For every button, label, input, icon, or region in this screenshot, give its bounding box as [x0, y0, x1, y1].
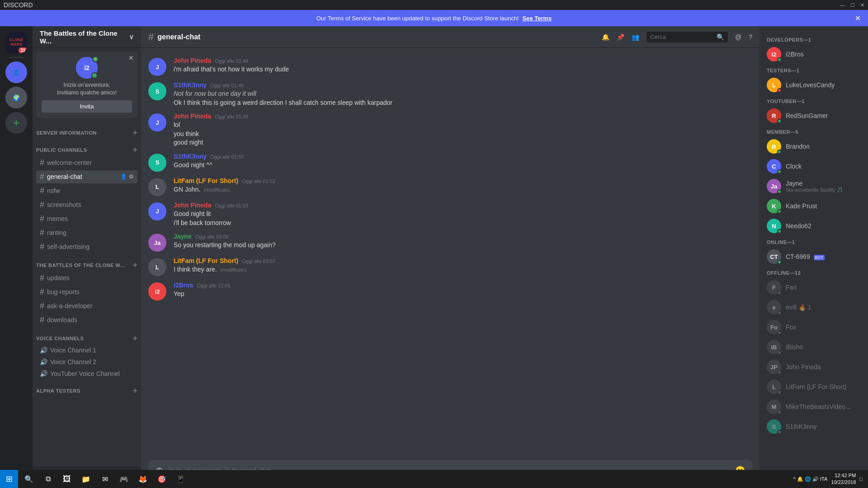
- message-author[interactable]: John Pineda: [174, 202, 211, 209]
- category-alpha-label[interactable]: ALPHA TESTERS: [36, 388, 80, 394]
- channel-item-ask-a-developer[interactable]: # ask-a-developer: [36, 300, 137, 313]
- add-voice-channel-button[interactable]: +: [132, 334, 137, 343]
- taskbar-phone[interactable]: 📱: [172, 470, 190, 488]
- message-author[interactable]: LitFam (LF For Short): [174, 177, 238, 184]
- message-author[interactable]: John Pineda: [174, 57, 211, 64]
- member-item-fox[interactable]: Fo Fox: [763, 317, 864, 337]
- channel-item-downloads[interactable]: # downloads: [36, 314, 137, 327]
- taskbar-search[interactable]: 🔍: [20, 470, 38, 488]
- online-status-indicator: [777, 189, 782, 194]
- member-item-jayne[interactable]: Ja Jayne Sta ascoltando Spotify 🎵: [763, 176, 864, 196]
- add-battles-channel-button[interactable]: +: [132, 261, 137, 269]
- add-alpha-channel-button[interactable]: +: [132, 387, 137, 395]
- maximize-button[interactable]: ☐: [850, 2, 855, 8]
- taskbar-task-view[interactable]: ⧉: [39, 470, 57, 488]
- channel-item-nsfw[interactable]: # nsfw: [36, 184, 137, 197]
- taskbar-firefox[interactable]: 🦊: [134, 470, 152, 488]
- at-icon[interactable]: @: [735, 33, 741, 41]
- offline-status-indicator: [777, 390, 782, 394]
- member-item-fari[interactable]: F Fari: [763, 277, 864, 297]
- titlebar-controls[interactable]: — ☐ ✕: [840, 2, 864, 8]
- taskbar-app1[interactable]: 🎮: [115, 470, 133, 488]
- message-timestamp: Oggi alle 01:48: [215, 58, 248, 64]
- message-group: S S1thK3nny Oggi alle 01:49 Not for now …: [141, 80, 760, 109]
- taskbar-app2[interactable]: 🎯: [153, 470, 171, 488]
- channel-item-youtuber-voice[interactable]: 🔊 YouTuber Voice Channel: [36, 368, 137, 379]
- add-channel-server-info-button[interactable]: +: [132, 129, 137, 137]
- announcement-close-button[interactable]: ✕: [855, 14, 861, 23]
- invite-button[interactable]: Invita: [42, 100, 132, 113]
- start-button[interactable]: ⊞: [0, 470, 18, 488]
- message-author[interactable]: John Pineda: [174, 113, 211, 120]
- member-item-kade-prust[interactable]: K Kade Prust: [763, 196, 864, 216]
- online-status-indicator: [777, 150, 782, 154]
- add-server-button[interactable]: +: [5, 112, 27, 134]
- settings-icon[interactable]: ⚙: [129, 174, 134, 180]
- channel-item-updates[interactable]: # updates: [36, 272, 137, 285]
- channel-item-voice2[interactable]: 🔊 Voice Channel 2: [36, 357, 137, 367]
- member-name: Needo62: [786, 222, 811, 230]
- channel-item-self-advertising[interactable]: # self-advertising: [36, 240, 137, 253]
- add-member-icon[interactable]: 👤: [120, 174, 127, 180]
- taskbar-mail[interactable]: ✉: [96, 470, 114, 488]
- member-item-john-pineda[interactable]: JP John Pineda: [763, 357, 864, 377]
- category-battles-label[interactable]: THE BATTLES OF THE CLONE W...: [36, 263, 125, 268]
- message-text: i'll be back tomorrow: [174, 219, 752, 228]
- member-item-litfam[interactable]: L LitFam (LF For Short): [763, 377, 864, 397]
- see-terms-link[interactable]: See Terms: [523, 15, 552, 22]
- member-item-s1thk3nny[interactable]: S S1thK3nny: [763, 417, 864, 436]
- server-icon-clonewars[interactable]: CLONEWARS 31: [5, 32, 27, 53]
- member-item-i2bros[interactable]: i2 i2Bros: [763, 44, 864, 64]
- message-author[interactable]: S1thK3nny: [174, 153, 207, 160]
- notification-bell-icon[interactable]: 🔔: [602, 33, 609, 41]
- channel-item-welcome-center[interactable]: # welcome-center: [36, 156, 137, 169]
- server-header[interactable]: The Battles of the Clone W... ∨: [33, 26, 141, 48]
- channel-item-general-chat[interactable]: # general-chat 👤 ⚙: [36, 170, 137, 183]
- channel-item-bug-reports[interactable]: # bug-reports: [36, 286, 137, 299]
- server-icon-generic1[interactable]: 👤: [5, 61, 27, 83]
- member-item-ibisho[interactable]: iB iBisho: [763, 337, 864, 357]
- channel-name: Voice Channel 2: [50, 358, 134, 366]
- category-server-info-label[interactable]: SERVER INFORMATION: [36, 130, 97, 136]
- pin-icon[interactable]: 📌: [617, 33, 624, 41]
- channel-item-ranting[interactable]: # ranting: [36, 226, 137, 239]
- channel-item-voice1[interactable]: 🔊 Voice Channel 1: [36, 345, 137, 356]
- online-status-indicator: [777, 260, 782, 264]
- member-item-brandon[interactable]: B Brandon: [763, 136, 864, 156]
- search-input[interactable]: [650, 33, 714, 40]
- taskbar-edge[interactable]: 🖼: [58, 470, 76, 488]
- category-voice-label[interactable]: VOICE CHANNELS: [36, 336, 84, 341]
- message-header: LitFam (LF For Short) Oggi alle 01:52: [174, 177, 752, 184]
- search-icon[interactable]: 🔍: [717, 33, 724, 41]
- onboarding-close-button[interactable]: ✕: [128, 54, 134, 61]
- close-button[interactable]: ✕: [860, 2, 864, 8]
- channel-hash-icon: #: [148, 31, 154, 43]
- channel-item-memes[interactable]: # memes: [36, 212, 137, 225]
- minimize-button[interactable]: —: [840, 2, 845, 8]
- add-public-channel-button[interactable]: +: [132, 146, 137, 154]
- member-item-ct6969[interactable]: CT CT-6969 BOT: [763, 247, 864, 267]
- taskbar-clock[interactable]: 12:42 PM 10/22/2018: [831, 472, 856, 486]
- members-icon[interactable]: 👥: [632, 33, 639, 41]
- message-author[interactable]: Jayne: [174, 233, 192, 240]
- channel-item-screenshots[interactable]: # screenshots: [36, 198, 137, 211]
- server-icon-generic2[interactable]: 🌍: [5, 87, 27, 108]
- help-icon[interactable]: ?: [749, 33, 752, 41]
- category-public-channels-label[interactable]: PUBLIC CHANNELS: [36, 147, 87, 153]
- member-item-mike[interactable]: M MikeTheBeastsVideo...: [763, 397, 864, 417]
- taskbar-explorer[interactable]: 📁: [77, 470, 95, 488]
- member-item-redsungamer[interactable]: R RedSunGamer: [763, 106, 864, 126]
- taskbar: ⊞ 🔍 ⧉ 🖼 📁 ✉ 🎮 🦊 🎯 📱 ^ 🔔 🌐 🔊 ITA 12:42 PM…: [0, 470, 868, 488]
- message-author[interactable]: S1thK3nny: [174, 81, 207, 89]
- taskbar-notification-area[interactable]: □: [859, 476, 863, 482]
- member-item-needo62[interactable]: N Needo62: [763, 216, 864, 236]
- member-name: Jayne: [786, 180, 843, 187]
- offline-status-indicator: [777, 430, 782, 434]
- message-author[interactable]: i2Bros: [174, 282, 193, 289]
- member-avatar: N: [767, 219, 781, 233]
- message-author[interactable]: LitFam (LF For Short): [174, 257, 238, 264]
- member-item-lukelovescandy[interactable]: L LukeLovesCandy: [763, 75, 864, 95]
- member-item-clock[interactable]: C Clock: [763, 156, 864, 176]
- member-category-developers: DEVELOPERS—1: [763, 33, 864, 44]
- member-item-evill[interactable]: e evill 🔥 1: [763, 297, 864, 317]
